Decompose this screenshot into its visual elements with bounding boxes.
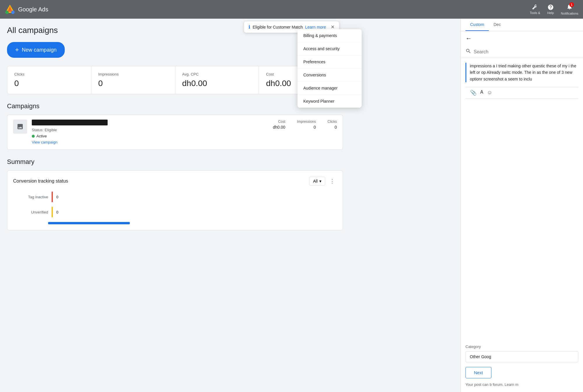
unverified-row: Unverified 0 <box>13 207 337 217</box>
summary-header: Conversion tracking status All ▾ ⋮ <box>13 176 337 186</box>
right-panel: Custom Dec ← impressions a I tried makin… <box>461 19 583 392</box>
campaign-eligible-status: Status: Eligible <box>32 128 268 132</box>
campaign-active-status: Active <box>32 134 268 138</box>
blue-bar-container <box>13 222 337 224</box>
tag-inactive-row: Tag inactive 0 <box>13 192 337 202</box>
stat-avg-cpc-value: dh0.00 <box>182 79 252 88</box>
post-info-text: Your post can b forum. Learn m <box>465 382 578 388</box>
dropdown-item-billing[interactable]: Billing & payments <box>297 29 362 42</box>
new-campaign-label: New campaign <box>22 47 57 53</box>
search-input[interactable] <box>474 49 578 55</box>
topnav-icons: Tools & Help 1 Notifications <box>530 4 578 15</box>
new-campaign-button[interactable]: + New campaign <box>7 42 65 58</box>
text-formatting-toolbar: 📎 A ☺ <box>465 87 578 99</box>
right-panel-footer: Category Other Goog Next Your post can b… <box>461 340 583 392</box>
stat-avg-cpc: Avg. CPC dh0.00 <box>175 66 259 94</box>
campaign-name-area: Status: Eligible Active View campaign <box>32 120 268 145</box>
google-ads-logo-icon <box>5 4 15 15</box>
stat-clicks-label: Clicks <box>14 72 84 76</box>
stat-clicks-value: 0 <box>14 79 84 88</box>
dropdown-item-audience-manager[interactable]: Audience manager <box>297 82 362 95</box>
campaign-thumbnail <box>13 120 27 134</box>
all-dropdown[interactable]: All ▾ <box>309 177 325 186</box>
summary-section-title: Summary <box>7 158 343 166</box>
tools-menu[interactable]: Tools & <box>530 4 540 15</box>
notification-badge: 1 <box>569 2 574 7</box>
campaign-metric-cost: Cost dh0.00 <box>273 120 285 130</box>
stats-row: Clicks 0 Impressions 0 Avg. CPC dh0.00 C… <box>7 66 343 94</box>
campaigns-card: Status: Eligible Active View campaign Co… <box>7 115 343 150</box>
help-label: Help <box>547 11 554 15</box>
category-dropdown[interactable]: Other Goog <box>465 351 578 362</box>
campaign-metric-impressions: Impressions 0 <box>297 120 316 130</box>
notification-icon-wrap: 1 <box>566 4 573 11</box>
campaign-image-icon <box>17 123 24 130</box>
notifications-menu[interactable]: 1 Notifications <box>561 4 578 15</box>
app-name: Google Ads <box>18 6 48 13</box>
tag-inactive-value: 0 <box>56 195 58 199</box>
stat-impressions-value: 0 <box>98 79 168 88</box>
forum-text: impressions a I tried making other quest… <box>465 63 578 82</box>
stat-avg-cpc-label: Avg. CPC <box>182 72 252 76</box>
emoji-icon[interactable]: ☺ <box>487 90 492 96</box>
info-icon: ℹ <box>248 24 250 30</box>
dropdown-item-preferences[interactable]: Preferences <box>297 55 362 69</box>
right-panel-content: impressions a I tried making other quest… <box>461 58 583 340</box>
all-dropdown-label: All <box>313 179 318 183</box>
dropdown-arrow-icon: ▾ <box>319 179 321 183</box>
campaign-metric-clicks: Clicks 0 <box>328 120 337 130</box>
learn-more-link[interactable]: Learn more <box>305 25 326 29</box>
summary-controls: All ▾ ⋮ <box>309 176 337 186</box>
tag-inactive-label: Tag inactive <box>13 195 48 199</box>
blue-bar <box>48 222 130 224</box>
back-arrow-icon: ← <box>465 35 472 42</box>
category-label: Category <box>465 344 578 349</box>
back-button[interactable]: ← <box>461 31 583 46</box>
campaign-active-label: Active <box>36 134 47 138</box>
tag-inactive-bar <box>52 192 53 202</box>
campaign-name-redacted <box>32 120 108 125</box>
conversion-tracking-title: Conversion tracking status <box>13 178 68 184</box>
eligible-text: Eligible for Customer Match <box>253 25 303 29</box>
forum-text-content: impressions a I tried making other quest… <box>470 64 576 81</box>
help-icon <box>547 4 554 10</box>
plus-icon: + <box>15 46 19 54</box>
tools-icon <box>532 4 538 10</box>
active-status-dot <box>32 135 35 138</box>
notifications-label: Notifications <box>561 12 578 15</box>
unverified-value: 0 <box>56 210 58 214</box>
stat-impressions-label: Impressions <box>98 72 168 76</box>
three-dots-menu-button[interactable]: ⋮ <box>328 176 337 186</box>
stat-clicks: Clicks 0 <box>7 66 91 94</box>
unverified-bar <box>52 207 53 217</box>
tab-custom[interactable]: Custom <box>465 19 489 31</box>
table-row: Status: Eligible Active View campaign Co… <box>7 115 343 150</box>
app-logo: Google Ads <box>5 4 530 15</box>
text-format-icon[interactable]: A <box>480 90 484 96</box>
stat-impressions: Impressions 0 <box>91 66 175 94</box>
next-button[interactable]: Next <box>465 367 491 378</box>
help-menu[interactable]: Help <box>547 4 554 15</box>
search-icon <box>465 48 471 55</box>
tools-label: Tools & <box>530 11 540 15</box>
dropdown-item-keyword-planner[interactable]: Keyword Planner <box>297 95 362 108</box>
tab-dec[interactable]: Dec <box>489 19 505 31</box>
top-navigation: Google Ads Tools & Help 1 Notifications <box>0 0 583 19</box>
campaigns-section-title: Campaigns <box>7 102 343 110</box>
campaign-metrics: Cost dh0.00 Impressions 0 Clicks 0 <box>273 120 337 130</box>
unverified-label: Unverified <box>13 210 48 214</box>
summary-card: Conversion tracking status All ▾ ⋮ Tag i… <box>7 170 343 230</box>
attachment-icon[interactable]: 📎 <box>470 90 477 96</box>
dropdown-item-conversions[interactable]: Conversions <box>297 69 362 82</box>
tools-dropdown-menu: Billing & payments Access and security P… <box>297 29 362 108</box>
dropdown-item-access-security[interactable]: Access and security <box>297 42 362 55</box>
view-campaign-link[interactable]: View campaign <box>32 140 57 144</box>
main-container: All campaigns + New campaign Clicks 0 Im… <box>0 19 583 392</box>
search-bar <box>461 46 583 58</box>
right-panel-tabs: Custom Dec <box>461 19 583 31</box>
